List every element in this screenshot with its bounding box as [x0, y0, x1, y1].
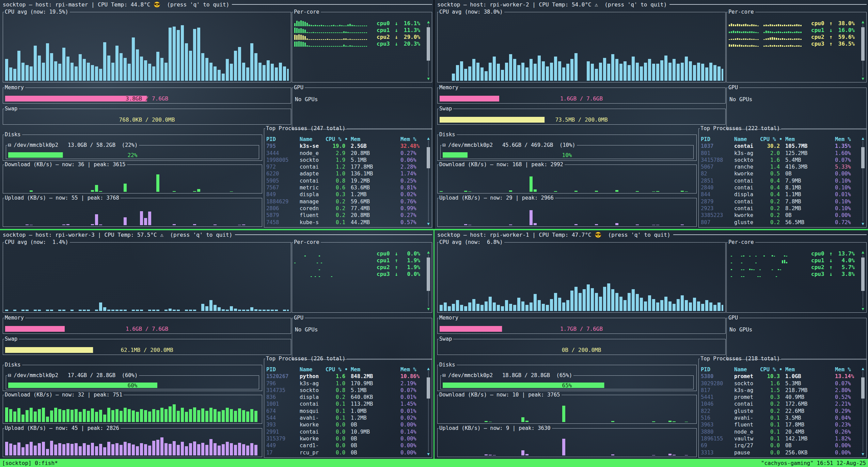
- scrollbar-thumb[interactable]: [861, 147, 865, 168]
- process-row[interactable]: 7567metric0.663.6MB0.81%: [266, 184, 424, 191]
- process-scrollbar[interactable]: ▲ ▼: [860, 366, 866, 456]
- process-row[interactable]: 1046contai0.2172.6MB2.21%: [701, 401, 859, 407]
- process-row[interactable]: 817k3s-ag1.5218.7MB2.80%: [701, 387, 859, 394]
- process-row[interactable]: 3880node_e0.120.4MB0.26%: [701, 429, 859, 435]
- pane-rpi-worker-2[interactable]: socktop — host: rpi-worker-2 | CPU Temp:…: [435, 0, 868, 229]
- process-row[interactable]: 3963fluent0.117.8MB0.23%: [701, 421, 859, 428]
- process-row[interactable]: 544avahi-0.11.2MB0.02%: [266, 415, 424, 421]
- process-row[interactable]: 314735sockto0.85.1MB0.07%: [266, 387, 424, 394]
- column-header[interactable]: Name: [300, 136, 326, 143]
- scrollbar-track[interactable]: [427, 141, 430, 221]
- process-row[interactable]: 1001contai0.1113.2MB1.45%: [266, 401, 424, 407]
- process-row[interactable]: 2879contai0.27.8MB0.10%: [701, 198, 859, 205]
- scroll-up-icon[interactable]: ▲: [862, 136, 864, 141]
- column-header[interactable]: CPU % •: [760, 136, 785, 143]
- scroll-down-icon[interactable]: ▼: [862, 221, 864, 226]
- process-row[interactable]: 516avahi-0.13.5MB0.04%: [701, 415, 859, 421]
- scrollbar-thumb[interactable]: [427, 377, 430, 399]
- tmux-session-window[interactable]: [socktop] 0:fish*: [2, 460, 58, 466]
- column-header[interactable]: PID: [701, 136, 734, 143]
- per-core-scrollbar[interactable]: ▲ ▼: [860, 19, 866, 81]
- scrollbar-thumb[interactable]: [427, 147, 430, 168]
- process-row[interactable]: 1896155vaultw0.1142.1MB1.82%: [701, 435, 859, 442]
- process-row[interactable]: 3313pause0.0256.0KB0.00%: [701, 449, 859, 456]
- column-header[interactable]: Name: [734, 366, 760, 373]
- column-header[interactable]: PID: [701, 366, 734, 373]
- scrollbar-thumb[interactable]: [861, 258, 865, 291]
- scrollbar-thumb[interactable]: [427, 258, 430, 291]
- column-header[interactable]: Mem %: [835, 136, 859, 143]
- process-row[interactable]: 836displa0.2640.0KB0.01%: [266, 394, 424, 401]
- column-header[interactable]: Mem: [351, 366, 400, 373]
- scrollbar-track[interactable]: [861, 254, 865, 307]
- process-row[interactable]: 3029280sockto1.65.3MB0.07%: [701, 380, 859, 387]
- column-header[interactable]: CPU % •: [760, 366, 785, 373]
- column-header[interactable]: Mem: [351, 136, 400, 143]
- scroll-up-icon[interactable]: ▲: [427, 19, 429, 24]
- scroll-down-icon[interactable]: ▼: [862, 307, 864, 311]
- process-row[interactable]: 5905contai0.819.2MB0.25%: [266, 177, 424, 184]
- scrollbar-track[interactable]: [861, 24, 865, 76]
- scroll-up-icon[interactable]: ▲: [427, 366, 429, 371]
- column-header[interactable]: Mem: [785, 136, 835, 143]
- process-scrollbar[interactable]: ▲ ▼: [426, 366, 431, 456]
- column-header[interactable]: Mem %: [400, 136, 424, 143]
- column-header[interactable]: CPU % •: [326, 136, 351, 143]
- process-row[interactable]: 674mosqui0.11.0MB0.01%: [266, 408, 424, 415]
- scrollbar-thumb[interactable]: [861, 27, 865, 61]
- column-header[interactable]: Mem: [785, 366, 835, 373]
- process-row[interactable]: 796k3s-ag1.0170.9MB2.19%: [266, 380, 424, 387]
- scroll-up-icon[interactable]: ▲: [862, 366, 864, 371]
- scrollbar-track[interactable]: [427, 24, 430, 76]
- process-row[interactable]: 2806coredn0.277.4MB0.99%: [266, 205, 424, 212]
- scrollbar-track[interactable]: [427, 371, 430, 452]
- per-core-scrollbar[interactable]: ▲ ▼: [860, 250, 866, 311]
- process-row[interactable]: 7458kube-s0.144.2MB0.57%: [266, 219, 424, 226]
- process-row[interactable]: 5879fluent0.220.8MB0.27%: [266, 212, 424, 219]
- column-header[interactable]: PID: [266, 366, 300, 373]
- process-row[interactable]: 1037contai30.2105.7MB1.35%: [701, 143, 859, 150]
- process-row[interactable]: 5067ranche1.4416.3MB5.33%: [701, 164, 859, 170]
- scroll-up-icon[interactable]: ▲: [862, 250, 864, 254]
- scrollbar-thumb[interactable]: [427, 27, 430, 61]
- scrollbar-thumb[interactable]: [861, 377, 865, 399]
- scroll-up-icon[interactable]: ▲: [427, 250, 429, 254]
- column-header[interactable]: Mem %: [400, 366, 424, 373]
- process-row[interactable]: 3415788sockto1.65.4MB0.07%: [701, 157, 859, 164]
- scroll-down-icon[interactable]: ▼: [427, 221, 429, 226]
- process-row[interactable]: 1998005sockto1.95.1MB0.06%: [266, 157, 424, 164]
- scrollbar-track[interactable]: [861, 371, 865, 452]
- per-core-scrollbar[interactable]: ▲ ▼: [426, 19, 431, 81]
- process-row[interactable]: 972contai1.2177.8MB2.28%: [266, 164, 424, 170]
- column-header[interactable]: PID: [266, 136, 300, 143]
- pane-rpi-worker-1[interactable]: socktop — host: rpi-worker-1 | CPU Temp:…: [435, 230, 868, 459]
- scroll-up-icon[interactable]: ▲: [427, 136, 429, 141]
- process-row[interactable]: 2840contai0.48.1MB0.10%: [701, 184, 859, 191]
- pane-divider-vertical-top[interactable]: [433, 0, 435, 229]
- scroll-down-icon[interactable]: ▼: [427, 307, 429, 311]
- process-row[interactable]: 822gluste0.222.6MB0.29%: [701, 408, 859, 415]
- scrollbar-track[interactable]: [427, 254, 430, 307]
- pane-rpi-master[interactable]: socktop — host: rpi-master | CPU Temp: 4…: [0, 0, 433, 229]
- process-row[interactable]: 3444node_e2.920.8MB0.27%: [266, 150, 424, 157]
- column-header[interactable]: CPU % •: [326, 366, 351, 373]
- scroll-down-icon[interactable]: ▼: [862, 76, 864, 81]
- process-row[interactable]: 449card1-0.00B0.00%: [266, 442, 424, 449]
- pane-rpi-worker-3[interactable]: socktop — host: rpi-worker-3 | CPU Temp:…: [0, 230, 433, 459]
- process-row[interactable]: 1520267python1.6848.2MB10.86%: [266, 373, 424, 380]
- scroll-down-icon[interactable]: ▼: [427, 76, 429, 81]
- process-row[interactable]: 315379kworke0.00B0.00%: [266, 435, 424, 442]
- scrollbar-track[interactable]: [861, 141, 865, 221]
- process-row[interactable]: 17rcu_pr0.00B0.00%: [266, 449, 424, 456]
- process-row[interactable]: 795k3s-se19.02.5GB32.48%: [266, 143, 424, 150]
- per-core-scrollbar[interactable]: ▲ ▼: [426, 250, 431, 311]
- process-row[interactable]: 1884629manage0.259.6MB0.76%: [266, 198, 424, 205]
- process-row[interactable]: 69irq/270.00B0.00%: [701, 442, 859, 449]
- process-row[interactable]: 2991contai0.010.9MB0.14%: [266, 429, 424, 435]
- process-row[interactable]: 6220adapte1.0136.1MB1.74%: [266, 170, 424, 177]
- process-row[interactable]: 801k3s-ag2.0125.2MB1.60%: [701, 150, 859, 157]
- process-row[interactable]: 393kworke0.00B0.00%: [266, 421, 424, 428]
- process-scrollbar[interactable]: ▲ ▼: [426, 136, 431, 226]
- column-header[interactable]: Mem %: [835, 366, 859, 373]
- process-row[interactable]: 5441promet0.340.9MB0.52%: [701, 394, 859, 401]
